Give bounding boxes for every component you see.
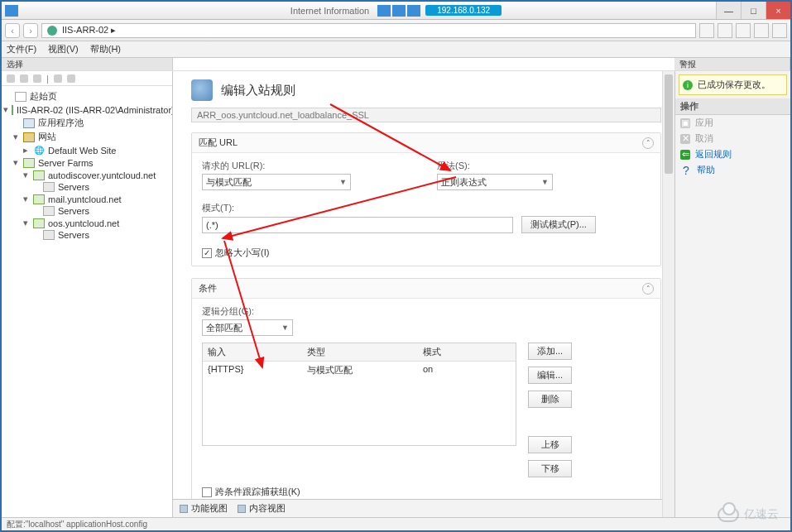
node-default-site[interactable]: Default Web Site [48, 146, 116, 156]
pattern-label: 模式(T): [202, 202, 650, 214]
col-pattern: 模式 [418, 343, 516, 361]
title-icon [5, 5, 18, 17]
node-farm-mail[interactable]: mail.yuntcloud.net [48, 194, 122, 204]
requested-url-select[interactable]: 与模式匹配▼ [202, 174, 351, 190]
requested-url-label: 请求的 URL(R): [202, 160, 351, 172]
url-rewrite-icon [191, 79, 213, 101]
breadcrumb[interactable]: IIS-ARR-02 ▸ [41, 23, 696, 38]
pane-headers: 选择 警报 [2, 58, 790, 71]
node-sites[interactable]: 网站 [38, 131, 56, 143]
checkbox-icon: ✓ [202, 248, 212, 258]
app-title: Internet Information [290, 6, 369, 16]
node-servers[interactable]: Servers [58, 182, 89, 192]
node-server[interactable]: IIS-ARR-02 (IIS-ARR-02\Administrator) [17, 105, 172, 115]
cell-input: {HTTPS} [203, 362, 302, 379]
node-server-farms[interactable]: Server Farms [38, 158, 94, 168]
chevron-down-icon: ▼ [281, 324, 289, 332]
back-to-rules-link[interactable]: ⇐返回规则 [680, 148, 785, 161]
stop-icon[interactable] [754, 23, 769, 38]
using-select[interactable]: 正则表达式▼ [437, 174, 553, 190]
chevron-down-icon: ▼ [541, 178, 549, 186]
tree-toolbar: | [2, 71, 172, 86]
add-condition-button[interactable]: 添加... [528, 343, 572, 360]
checkbox-icon [202, 487, 212, 497]
track-capture-label: 跨条件跟踪捕获组(K) [215, 486, 300, 498]
servers-icon [43, 206, 55, 216]
help-link[interactable]: ?帮助 [680, 164, 785, 176]
scroll-thumb[interactable] [665, 74, 673, 174]
title-left-icons [5, 5, 18, 17]
sites-icon [23, 132, 35, 142]
alert-success: i 已成功保存更改。 [679, 74, 787, 95]
maximize-button[interactable]: □ [741, 2, 766, 19]
refresh-icon[interactable] [736, 23, 751, 38]
title-bar: Internet Information 192.168.0.132 — □ × [2, 2, 790, 20]
tree-tool-icon[interactable] [54, 74, 62, 83]
rule-name-field[interactable]: ARR_oos.yuntcloud.net_loadbalance_SSL [191, 108, 661, 122]
servers-icon [43, 182, 55, 192]
match-url-panel: 匹配 URL ˄ 请求的 URL(R): 与模式匹配▼ 用法(S): 正则表达式… [191, 132, 661, 266]
collapse-button[interactable]: ˄ [642, 283, 654, 295]
help-icon: ? [680, 165, 692, 175]
globe-icon: 🌐 [33, 146, 45, 156]
logical-grouping-select[interactable]: 全部匹配▼ [202, 319, 293, 336]
tab-features-view[interactable]: 功能视图 [180, 502, 228, 515]
node-farm-oos[interactable]: oos.yuntcloud.net [48, 218, 119, 228]
addr-tool-icon[interactable] [718, 23, 732, 38]
collapse-button[interactable]: ˄ [642, 137, 654, 149]
edit-condition-button[interactable]: 编辑... [528, 367, 572, 384]
features-icon [180, 505, 188, 513]
conditions-panel: 条件 ˄ 逻辑分组(G): 全部匹配▼ 输入 类型 [191, 278, 661, 499]
breadcrumb-text: IIS-ARR-02 ▸ [62, 25, 116, 36]
using-label: 用法(S): [437, 160, 553, 172]
minimize-button[interactable]: — [716, 2, 741, 19]
match-url-title: 匹配 URL [199, 137, 238, 149]
node-farm-autodiscover[interactable]: autodiscover.yuntcloud.net [48, 170, 156, 180]
ignore-case-checkbox[interactable]: ✓ 忽略大小写(I) [202, 247, 650, 259]
connections-tree[interactable]: 起始页 ▾IIS-ARR-02 (IIS-ARR-02\Administrato… [2, 86, 172, 244]
delete-condition-button[interactable]: 删除 [528, 391, 572, 408]
track-capture-checkbox[interactable]: 跨条件跟踪捕获组(K) [202, 486, 650, 498]
move-up-button[interactable]: 上移 [528, 436, 572, 453]
ip-badge: 192.168.0.132 [425, 5, 502, 16]
nav-forward-button[interactable]: › [23, 23, 38, 38]
conditions-table[interactable]: 输入 类型 模式 {HTTPS} 与模式匹配 on [202, 343, 516, 446]
table-row[interactable]: {HTTPS} 与模式匹配 on [203, 362, 516, 379]
farm-icon [33, 218, 45, 228]
apply-action[interactable]: ▣应用 [680, 117, 785, 129]
tab-content-view[interactable]: 内容视图 [238, 502, 286, 515]
test-pattern-button[interactable]: 测试模式(P)... [521, 216, 596, 233]
tree-tool-icon[interactable] [7, 74, 15, 83]
status-bar: 配置:"localhost" applicationHost.config [2, 517, 790, 530]
node-app-pools[interactable]: 应用程序池 [38, 117, 84, 129]
connections-tree-pane: | 起始页 ▾IIS-ARR-02 (IIS-ARR-02\Administra… [2, 71, 173, 517]
server-farms-icon [23, 158, 35, 168]
close-button[interactable]: × [766, 2, 790, 19]
content-pane: 编辑入站规则 ARR_oos.yuntcloud.net_loadbalance… [173, 71, 674, 517]
cancel-action[interactable]: ✕取消 [680, 132, 785, 145]
nav-back-button[interactable]: ‹ [5, 23, 20, 38]
farm-icon [33, 170, 45, 180]
node-servers[interactable]: Servers [58, 230, 89, 240]
actions-pane: i 已成功保存更改。 操作 ▣应用 ✕取消 ⇐返回规则 ?帮助 [674, 71, 790, 517]
node-servers[interactable]: Servers [58, 206, 89, 216]
addr-tool-icon[interactable] [699, 23, 714, 38]
conditions-title: 条件 [199, 282, 217, 295]
success-icon: i [683, 80, 693, 90]
node-start-page[interactable]: 起始页 [30, 90, 57, 103]
menu-file[interactable]: 文件(F) [7, 43, 36, 55]
tree-tool-icon[interactable] [20, 74, 28, 83]
view-tabs: 功能视图 内容视图 [173, 499, 674, 517]
menu-view[interactable]: 视图(V) [48, 43, 79, 55]
move-down-button[interactable]: 下移 [528, 460, 572, 477]
tree-tool-icon[interactable] [67, 74, 75, 83]
start-page-icon [15, 92, 26, 102]
help-icon[interactable] [772, 23, 787, 38]
tree-tool-icon[interactable] [33, 74, 41, 83]
title-glyph [392, 5, 406, 17]
alert-text: 已成功保存更改。 [698, 79, 770, 91]
vertical-scrollbar[interactable] [662, 71, 674, 517]
pattern-input[interactable]: (.*) [202, 217, 513, 233]
logical-grouping-label: 逻辑分组(G): [202, 305, 650, 318]
menu-help[interactable]: 帮助(H) [90, 43, 121, 55]
